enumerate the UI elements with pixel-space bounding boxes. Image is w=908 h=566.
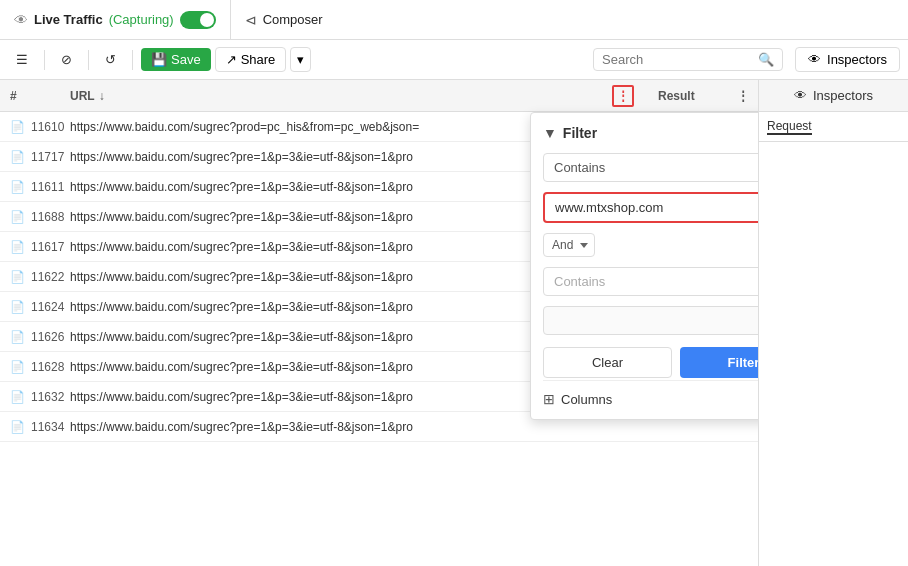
- col-more-header[interactable]: ⋮: [728, 89, 758, 103]
- column-filter-icon[interactable]: ⋮: [612, 85, 634, 107]
- replay-icon: ↺: [105, 52, 116, 67]
- table-header: # URL ↓ ⋮ Result ⋮: [0, 80, 758, 112]
- filter-and-row: And: [543, 233, 758, 257]
- col-actions-header: ⋮: [598, 85, 648, 107]
- filter-value-input[interactable]: [543, 192, 758, 223]
- row-url-7: https://www.baidu.com/sugrec?pre=1&p=3&i…: [60, 330, 598, 344]
- dropdown-button[interactable]: ▾: [290, 47, 311, 72]
- row-num-0: 📄 11610: [0, 120, 60, 134]
- row-url-10: https://www.baidu.com/sugrec?pre=1&p=3&i…: [60, 420, 598, 434]
- main-area: # URL ↓ ⋮ Result ⋮ 📄 11610 https://www.b…: [0, 80, 908, 566]
- clear-button[interactable]: Clear: [543, 347, 672, 378]
- columns-icon: ⊞: [543, 391, 555, 407]
- inspectors-label: Inspectors: [827, 52, 887, 67]
- inspectors-panel: 👁 Inspectors Request: [758, 80, 908, 566]
- table-area: # URL ↓ ⋮ Result ⋮ 📄 11610 https://www.b…: [0, 80, 758, 566]
- row-url-4: https://www.baidu.com/sugrec?pre=1&p=3&i…: [60, 240, 598, 254]
- save-label: Save: [171, 52, 201, 67]
- capturing-label: (Capturing): [109, 12, 174, 27]
- doc-icon: 📄: [10, 420, 25, 434]
- filter-button[interactable]: ⊘: [53, 48, 80, 71]
- search-icon: 🔍: [758, 52, 774, 67]
- row-num-7: 📄 11626: [0, 330, 60, 344]
- row-url-2: https://www.baidu.com/sugrec?pre=1&p=3&i…: [60, 180, 598, 194]
- doc-icon: 📄: [10, 240, 25, 254]
- col-result-header: Result: [648, 89, 728, 103]
- eye-icon-panel: 👁: [794, 88, 807, 103]
- doc-icon: 📄: [10, 360, 25, 374]
- hamburger-icon: ☰: [16, 52, 28, 67]
- eye-icon: 👁: [14, 12, 28, 28]
- save-icon: 💾: [151, 52, 167, 67]
- doc-icon: 📄: [10, 270, 25, 284]
- row-url-0: https://www.baidu.com/sugrec?prod=pc_his…: [60, 120, 598, 134]
- search-input[interactable]: [602, 52, 752, 67]
- filter-value2-input[interactable]: [543, 306, 758, 335]
- search-box: 🔍: [593, 48, 783, 71]
- filter-funnel-icon: ▼: [543, 125, 557, 141]
- divider-3: [132, 50, 133, 70]
- inspectors-tab[interactable]: 👁 Inspectors: [795, 47, 900, 72]
- doc-icon: 📄: [10, 330, 25, 344]
- doc-icon: 📄: [10, 150, 25, 164]
- filter-apply-button[interactable]: Filter: [680, 347, 758, 378]
- composer-section[interactable]: ⊲ Composer: [231, 0, 337, 39]
- tab-request[interactable]: Request: [767, 119, 812, 135]
- inspectors-panel-label: Inspectors: [813, 88, 873, 103]
- row-num-4: 📄 11617: [0, 240, 60, 254]
- filter-title: Filter: [563, 125, 597, 141]
- filter-icon: ⊘: [61, 52, 72, 67]
- filter-overlay: ▼ Filter Contains And Contains Clear Fil…: [530, 112, 758, 420]
- filter-btn-row: Clear Filter: [543, 347, 758, 378]
- columns-label: Columns: [561, 392, 612, 407]
- divider-2: [88, 50, 89, 70]
- col-num-header: #: [0, 89, 60, 103]
- divider-1: [44, 50, 45, 70]
- save-button[interactable]: 💾 Save: [141, 48, 211, 71]
- live-traffic-label: Live Traffic: [34, 12, 103, 27]
- row-url-3: https://www.baidu.com/sugrec?pre=1&p=3&i…: [60, 210, 598, 224]
- row-num-2: 📄 11611: [0, 180, 60, 194]
- filter-and-select[interactable]: And: [543, 233, 595, 257]
- row-url-5: https://www.baidu.com/sugrec?pre=1&p=3&i…: [60, 270, 598, 284]
- code-icon: ⊲: [245, 12, 257, 28]
- row-num-3: 📄 11688: [0, 210, 60, 224]
- doc-icon: 📄: [10, 390, 25, 404]
- composer-label: Composer: [263, 12, 323, 27]
- share-icon: ↗: [226, 52, 237, 67]
- live-traffic-section: 👁 Live Traffic (Capturing): [0, 0, 231, 39]
- row-url-1: https://www.baidu.com/sugrec?pre=1&p=3&i…: [60, 150, 598, 164]
- row-url-6: https://www.baidu.com/sugrec?pre=1&p=3&i…: [60, 300, 598, 314]
- doc-icon: 📄: [10, 210, 25, 224]
- filter-header: ▼ Filter: [543, 125, 758, 141]
- filter-contains-select[interactable]: Contains: [543, 153, 758, 182]
- inspectors-sub-tabs: Request: [759, 112, 908, 142]
- row-url-9: https://www.baidu.com/sugrec?pre=1&p=3&i…: [60, 390, 598, 404]
- doc-icon: 📄: [10, 300, 25, 314]
- capture-toggle[interactable]: [180, 11, 216, 29]
- row-num-5: 📄 11622: [0, 270, 60, 284]
- row-num-1: 📄 11717: [0, 150, 60, 164]
- inspectors-panel-header: 👁 Inspectors: [759, 80, 908, 112]
- sort-icon: ↓: [99, 89, 105, 103]
- top-bar: 👁 Live Traffic (Capturing) ⊲ Composer: [0, 0, 908, 40]
- row-num-6: 📄 11624: [0, 300, 60, 314]
- doc-icon: 📄: [10, 120, 25, 134]
- row-num-8: 📄 11628: [0, 360, 60, 374]
- col-url-header: URL ↓: [60, 89, 598, 103]
- replay-button[interactable]: ↺: [97, 48, 124, 71]
- row-url-8: https://www.baidu.com/sugrec?pre=1&p=3&i…: [60, 360, 598, 374]
- row-num-9: 📄 11632: [0, 390, 60, 404]
- eye-icon-2: 👁: [808, 52, 821, 67]
- toolbar: ☰ ⊘ ↺ 💾 Save ↗ Share ▾ 🔍 👁 Inspectors: [0, 40, 908, 80]
- row-num-10: 📄 11634: [0, 420, 60, 434]
- menu-button[interactable]: ☰: [8, 48, 36, 71]
- columns-row[interactable]: ⊞ Columns: [543, 380, 758, 407]
- filter-contains2-select[interactable]: Contains: [543, 267, 758, 296]
- share-label: Share: [241, 52, 276, 67]
- doc-icon: 📄: [10, 180, 25, 194]
- share-button[interactable]: ↗ Share: [215, 47, 287, 72]
